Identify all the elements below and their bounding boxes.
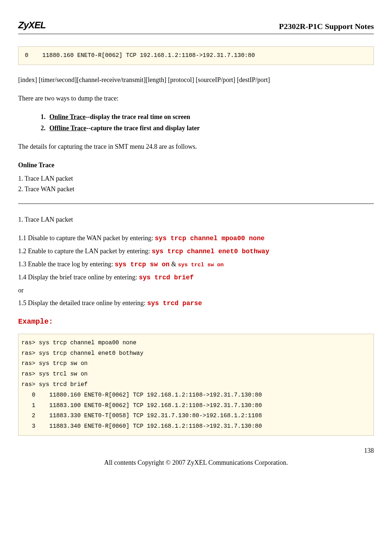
list-item-rest: --capture the trace first and display la… xyxy=(86,124,200,132)
ampersand: & xyxy=(170,260,178,268)
intro-text: There are two ways to dump the trace: xyxy=(18,94,374,103)
step-line: 1.5 Display the detailed trace online by… xyxy=(18,298,374,308)
page-header: ZyXEL P2302R-P1C Support Notes xyxy=(18,18,374,34)
logo: ZyXEL xyxy=(18,18,46,32)
command-text: sys trcp sw on xyxy=(115,261,170,268)
step-text: 1.1 Disable to capture the WAN packet by… xyxy=(18,234,155,242)
example-heading: Example: xyxy=(18,316,374,327)
command-text: sys trcp channel enet0 bothway xyxy=(152,248,269,255)
list-item-rest: --display the trace real time on screen xyxy=(86,113,190,120)
text-line: 2. Trace WAN packet xyxy=(18,184,374,194)
step-line: 1.3 Enable the trace log by entering: sy… xyxy=(18,259,374,270)
format-line: [index] [timer/second][channel-receive/t… xyxy=(18,75,374,85)
step-text: 1.4 Display the brief trace online by en… xyxy=(18,274,139,281)
details-text: The details for capturing the trace in S… xyxy=(18,142,374,152)
example-code: ras> sys trcp channel mpoa00 none ras> s… xyxy=(18,334,374,436)
online-trace-heading: Online Trace xyxy=(18,160,374,170)
command-text: sys trcp channel mpoa00 none xyxy=(155,235,265,242)
or-text: or xyxy=(18,286,374,295)
trace-mode-list: Online Trace--display the trace real tim… xyxy=(18,112,374,133)
text-line: 1. Trace LAN packet xyxy=(18,174,374,184)
divider xyxy=(18,204,374,204)
command-text: sys trcl sw on xyxy=(178,262,224,268)
step-line: 1.1 Disable to capture the WAN packet by… xyxy=(18,233,374,243)
copyright-footer: All contents Copyright © 2007 ZyXEL Comm… xyxy=(18,458,374,468)
page-number: 138 xyxy=(18,446,374,456)
lan-trace-steps: 1.1 Disable to capture the WAN packet by… xyxy=(18,233,374,308)
step-text: 1.3 Enable the trace log by entering: xyxy=(18,260,115,268)
list-item: Online Trace--display the trace real tim… xyxy=(47,112,374,122)
online-trace-link[interactable]: Online Trace xyxy=(49,113,86,120)
step-line: 1.4 Display the brief trace online by en… xyxy=(18,272,374,283)
step-line: 1.2 Enable to capture the LAN packet by … xyxy=(18,246,374,257)
command-text: sys trcd brief xyxy=(139,274,193,281)
step-text: 1.5 Display the detailed trace online by… xyxy=(18,299,147,307)
section-heading: 1. Trace LAN packet xyxy=(18,215,374,225)
top-trace-code: 0 11880.160 ENET0-R[0062] TCP 192.168.1.… xyxy=(18,46,374,65)
list-item: Offline Trace--capture the trace first a… xyxy=(47,123,374,133)
command-text: sys trcd parse xyxy=(147,300,202,307)
online-trace-lines: 1. Trace LAN packet 2. Trace WAN packet xyxy=(18,174,374,194)
step-text: 1.2 Enable to capture the LAN packet by … xyxy=(18,247,152,255)
offline-trace-link[interactable]: Offline Trace xyxy=(49,124,86,132)
doc-title: P2302R-P1C Support Notes xyxy=(279,20,374,32)
